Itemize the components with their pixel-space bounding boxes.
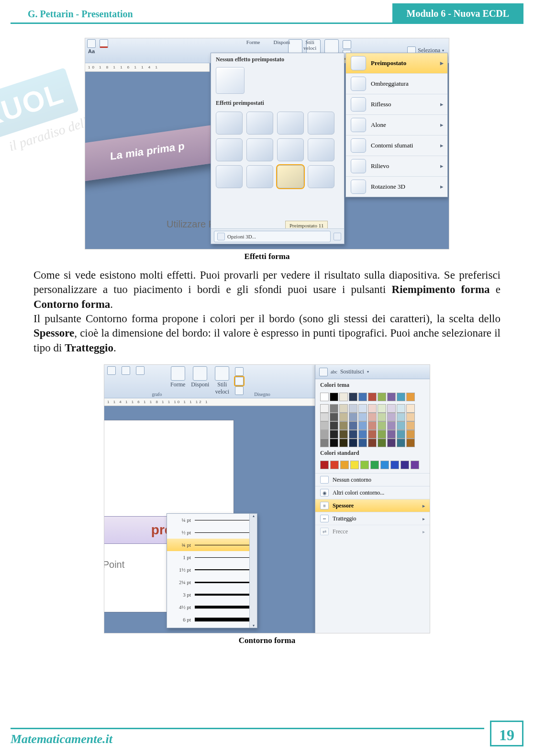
color-swatch[interactable] bbox=[387, 404, 396, 413]
shape-fill-button[interactable] bbox=[235, 367, 244, 376]
color-swatch[interactable] bbox=[320, 413, 329, 421]
color-swatch[interactable] bbox=[349, 404, 357, 413]
color-swatch[interactable] bbox=[330, 393, 338, 401]
color-swatch[interactable] bbox=[378, 393, 386, 401]
color-swatch[interactable] bbox=[320, 439, 329, 447]
color-swatch[interactable] bbox=[339, 439, 348, 447]
submenu-alone[interactable]: Alone ▸ bbox=[346, 115, 447, 135]
options-3d-button[interactable]: Opzioni 3D... bbox=[214, 231, 331, 242]
color-swatch[interactable] bbox=[358, 430, 367, 439]
weight-option[interactable]: ½ pt bbox=[167, 526, 257, 539]
color-swatch[interactable] bbox=[340, 461, 349, 469]
color-swatch[interactable] bbox=[368, 404, 377, 413]
color-swatch[interactable] bbox=[330, 430, 338, 439]
color-swatch[interactable] bbox=[400, 461, 409, 469]
shapes-button[interactable]: Forme bbox=[170, 366, 185, 388]
replace-icon[interactable] bbox=[319, 368, 328, 376]
font-dropdown[interactable]: Aa bbox=[87, 39, 96, 54]
submenu-preimpostato[interactable]: Preimpostato ▸ bbox=[346, 53, 447, 74]
no-outline-item[interactable]: Nessun contorno bbox=[315, 473, 430, 486]
preset-swatch[interactable] bbox=[277, 112, 304, 135]
weight-option[interactable]: 3 pt bbox=[167, 588, 257, 601]
no-preset-swatch[interactable] bbox=[216, 67, 245, 94]
color-swatch[interactable] bbox=[387, 430, 396, 439]
color-swatch[interactable] bbox=[360, 461, 369, 469]
weight-option[interactable]: 2¼ pt bbox=[167, 576, 257, 588]
color-swatch[interactable] bbox=[330, 461, 339, 469]
scrollbar[interactable]: ▴ ▾ bbox=[249, 514, 257, 628]
color-swatch[interactable] bbox=[368, 393, 377, 401]
weight-option[interactable]: 1 pt bbox=[167, 551, 257, 564]
color-swatch[interactable] bbox=[358, 393, 367, 401]
color-swatch[interactable] bbox=[320, 393, 329, 401]
color-swatch[interactable] bbox=[320, 430, 329, 439]
color-swatch[interactable] bbox=[397, 413, 405, 421]
arrange-button[interactable]: Disponi bbox=[191, 366, 209, 388]
color-swatch[interactable] bbox=[397, 393, 405, 401]
color-swatch[interactable] bbox=[339, 421, 348, 430]
color-swatch[interactable] bbox=[349, 413, 357, 421]
color-swatch[interactable] bbox=[406, 421, 415, 430]
color-swatch[interactable] bbox=[358, 404, 367, 413]
preset-swatch[interactable] bbox=[246, 138, 273, 161]
effects-categories-menu[interactable]: Preimpostato ▸ Ombreggiatura Riflesso ▸ … bbox=[345, 53, 448, 197]
color-swatch[interactable] bbox=[358, 439, 367, 447]
more-colors-item[interactable]: ◉ Altri colori contorno... bbox=[315, 486, 430, 499]
color-swatch[interactable] bbox=[349, 439, 357, 447]
color-swatch[interactable] bbox=[320, 404, 329, 413]
indent-icon[interactable] bbox=[136, 366, 145, 375]
color-swatch[interactable] bbox=[339, 404, 348, 413]
font-color-button[interactable] bbox=[100, 39, 108, 48]
color-swatch[interactable] bbox=[387, 413, 396, 421]
weight-option[interactable]: ¾ pt bbox=[167, 539, 257, 551]
color-swatch[interactable] bbox=[387, 421, 396, 430]
preset-swatch-selected[interactable] bbox=[277, 165, 304, 188]
weight-option[interactable]: 6 pt bbox=[167, 613, 257, 626]
color-swatch[interactable] bbox=[320, 461, 329, 469]
color-swatch[interactable] bbox=[349, 430, 357, 439]
color-swatch[interactable] bbox=[350, 461, 359, 469]
color-swatch[interactable] bbox=[320, 421, 329, 430]
color-swatch[interactable] bbox=[330, 413, 338, 421]
color-swatch[interactable] bbox=[330, 404, 338, 413]
color-swatch[interactable] bbox=[330, 421, 338, 430]
color-swatch[interactable] bbox=[397, 404, 405, 413]
dashes-item[interactable]: ┅ Tratteggio ▸ bbox=[315, 512, 430, 525]
preset-swatch[interactable] bbox=[308, 165, 334, 188]
preset-swatch[interactable] bbox=[277, 138, 304, 161]
color-swatch[interactable] bbox=[390, 461, 399, 469]
color-swatch[interactable] bbox=[330, 439, 338, 447]
preset-swatch[interactable] bbox=[216, 112, 243, 135]
color-swatch[interactable] bbox=[406, 413, 415, 421]
color-swatch[interactable] bbox=[358, 421, 367, 430]
preset-swatch[interactable] bbox=[216, 138, 243, 161]
effects-dropdown-panel[interactable]: Nessun effetto preimpostato Effetti prei… bbox=[211, 53, 345, 244]
expand-icon[interactable] bbox=[334, 233, 341, 240]
weight-option[interactable]: 1½ pt bbox=[167, 564, 257, 576]
submenu-rilievo[interactable]: Rilievo ▸ bbox=[346, 156, 447, 177]
color-swatch[interactable] bbox=[397, 421, 405, 430]
color-swatch[interactable] bbox=[378, 421, 386, 430]
shape-outline-button[interactable] bbox=[235, 377, 244, 385]
submenu-ombreggiatura[interactable]: Ombreggiatura bbox=[346, 74, 447, 94]
color-swatch[interactable] bbox=[349, 421, 357, 430]
scroll-up-icon[interactable]: ▴ bbox=[253, 514, 255, 518]
scroll-down-icon[interactable]: ▾ bbox=[253, 623, 255, 628]
preset-swatch[interactable] bbox=[246, 112, 273, 135]
preset-swatch[interactable] bbox=[246, 165, 273, 188]
color-swatch[interactable] bbox=[397, 430, 405, 439]
color-swatch[interactable] bbox=[339, 413, 348, 421]
line-weight-flyout[interactable]: ¼ pt½ pt¾ pt1 pt1½ pt2¼ pt3 pt4½ pt6 pt … bbox=[167, 513, 257, 628]
color-swatch[interactable] bbox=[406, 404, 415, 413]
color-swatch[interactable] bbox=[378, 404, 386, 413]
submenu-contorni-sfumati[interactable]: Contorni sfumati ▸ bbox=[346, 135, 447, 156]
color-swatch[interactable] bbox=[370, 461, 379, 469]
color-swatch[interactable] bbox=[397, 439, 405, 447]
color-swatch[interactable] bbox=[387, 439, 396, 447]
submenu-rotazione-3d[interactable]: Rotazione 3D ▸ bbox=[346, 177, 447, 197]
color-swatch[interactable] bbox=[380, 461, 389, 469]
preset-swatch[interactable] bbox=[308, 112, 334, 135]
arrows-item[interactable]: ⇄ Frecce ▸ bbox=[315, 525, 430, 538]
color-swatch[interactable] bbox=[411, 461, 419, 469]
color-swatch[interactable] bbox=[378, 430, 386, 439]
